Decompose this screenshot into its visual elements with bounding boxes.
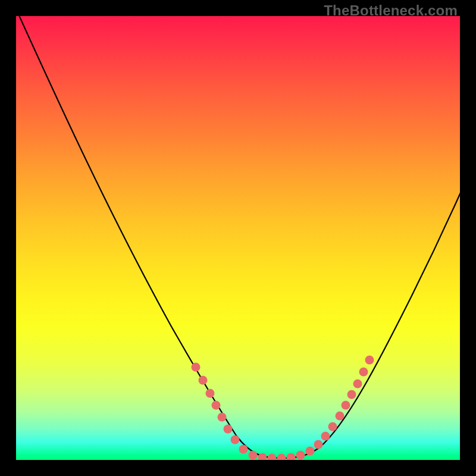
plot-area <box>16 16 460 460</box>
curve-marker <box>342 401 350 410</box>
curve-marker <box>314 440 323 449</box>
curve-marker <box>306 447 315 456</box>
curve-marker <box>365 356 374 365</box>
curve-marker <box>328 422 337 431</box>
curve-marker <box>206 389 215 398</box>
chart-stage: TheBottleneck.com <box>0 0 476 476</box>
curve-marker <box>239 445 248 454</box>
curve-marker <box>296 451 305 460</box>
curve-marker <box>224 425 233 434</box>
marker-layer <box>192 356 374 461</box>
curve-marker <box>287 453 296 461</box>
curve-marker <box>277 454 286 461</box>
curve-marker <box>336 412 345 421</box>
curve-marker <box>353 380 362 389</box>
watermark-text: TheBottleneck.com <box>324 2 458 19</box>
curve-marker <box>258 453 267 461</box>
curve-marker <box>218 413 227 422</box>
curve-marker <box>347 390 356 399</box>
curve-marker <box>192 363 201 372</box>
bottleneck-curve-svg <box>16 16 460 460</box>
curve-marker <box>268 454 277 461</box>
curve-marker <box>359 368 368 377</box>
curve-marker <box>199 376 208 385</box>
curve-marker <box>249 451 258 460</box>
curve-marker <box>231 436 240 444</box>
curve-marker <box>212 401 221 410</box>
curve-marker <box>321 432 330 441</box>
bottleneck-curve <box>16 16 460 458</box>
